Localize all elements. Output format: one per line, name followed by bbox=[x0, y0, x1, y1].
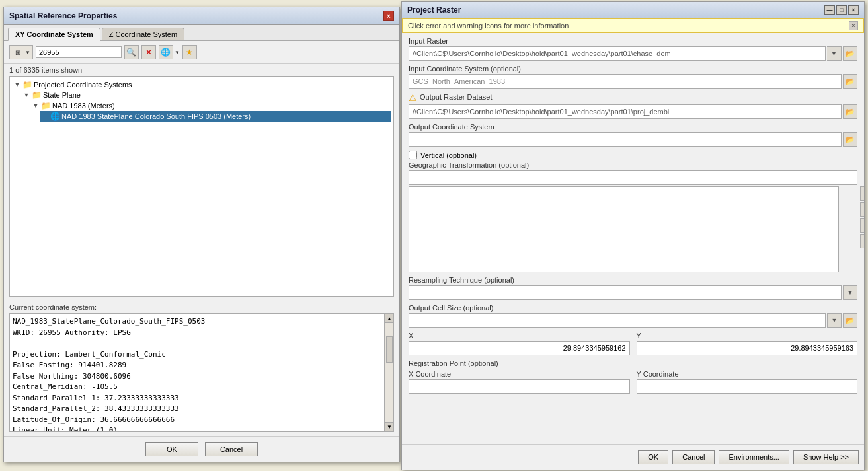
clear-search-button[interactable]: ✕ bbox=[141, 45, 156, 59]
cs-text-line2: WKID: 26955 Authority: EPSG bbox=[13, 328, 381, 339]
registration-section: Registration Point (optional) X Coordina… bbox=[409, 359, 857, 394]
filter-icon[interactable]: ⊞ bbox=[12, 46, 24, 58]
resampling-label: Resampling Technique (optional) bbox=[409, 276, 857, 284]
y-field[interactable] bbox=[637, 341, 858, 355]
right-title: Project Raster bbox=[407, 5, 461, 15]
vertical-checkbox[interactable] bbox=[409, 151, 417, 159]
globe-search-button[interactable]: 🌐 bbox=[159, 45, 173, 59]
minimize-button[interactable]: — bbox=[824, 5, 835, 15]
vertical-label: Vertical (optional) bbox=[420, 151, 477, 159]
tab-xy-coordinate[interactable]: XY Coordinate System bbox=[8, 28, 100, 41]
left-cancel-button[interactable]: Cancel bbox=[205, 442, 258, 456]
right-close-button[interactable]: × bbox=[848, 5, 859, 15]
scroll-thumb[interactable] bbox=[386, 336, 393, 363]
input-cs-browse[interactable]: 📂 bbox=[843, 74, 857, 89]
geo-transform-content: + × ↑ ↓ bbox=[409, 186, 857, 272]
tree-item-nad1983[interactable]: ▼ 📁 NAD 1983 (Meters) bbox=[31, 100, 391, 111]
tab-z-coordinate[interactable]: Z Coordinate System bbox=[102, 28, 184, 40]
left-close-button[interactable]: × bbox=[383, 11, 394, 21]
info-close-button[interactable]: × bbox=[849, 21, 858, 30]
y-coord-field[interactable] bbox=[637, 379, 858, 394]
vertical-row: Vertical (optional) bbox=[409, 151, 857, 159]
tree-item-colorado-south[interactable]: 🌐 NAD 1983 StatePlane Colorado South FIP… bbox=[40, 111, 391, 122]
coordinate-system-tree[interactable]: ▼ 📁 Projected Coordinate Systems ▼ 📁 Sta… bbox=[9, 76, 394, 297]
cs-scrollbar[interactable]: ▲ ▼ bbox=[385, 313, 394, 432]
output-cs-field[interactable]: NAD_1983_StatePlane_Colorado_South_FIPS_… bbox=[409, 132, 842, 147]
x-coord-label: X Coordinate bbox=[409, 370, 630, 378]
output-cs-browse[interactable]: 📂 bbox=[843, 132, 857, 147]
scroll-track bbox=[385, 323, 393, 422]
right-cancel-button[interactable]: Cancel bbox=[672, 450, 715, 464]
cs-text-easting: False_Easting: 914401.8289 bbox=[13, 360, 381, 371]
resampling-dropdown[interactable]: ▼ bbox=[843, 285, 857, 300]
globe-dropdown-icon[interactable]: ▼ bbox=[175, 50, 180, 55]
x-group: X bbox=[409, 332, 630, 355]
remove-transform-button[interactable]: × bbox=[860, 202, 864, 217]
filter-dropdown-icon[interactable]: ▼ bbox=[25, 50, 30, 55]
move-down-button[interactable]: ↓ bbox=[860, 234, 864, 248]
cs-text-projection: Projection: Lambert_Conformal_Conic bbox=[13, 349, 381, 361]
current-cs-label: Current coordinate system: bbox=[9, 303, 394, 311]
left-ok-button[interactable]: OK bbox=[145, 442, 198, 456]
resampling-row: BILINEAR ▼ bbox=[409, 285, 857, 300]
input-cs-row: 📂 bbox=[409, 74, 857, 89]
info-bar: Click error and warning icons for more i… bbox=[402, 18, 864, 33]
add-transform-button[interactable]: + bbox=[860, 186, 864, 201]
right-content: Input Raster ▼ 📂 Input Coordinate System… bbox=[402, 33, 864, 444]
input-raster-row: ▼ 📂 bbox=[409, 46, 857, 61]
registration-label: Registration Point (optional) bbox=[409, 359, 857, 367]
colorado-south-label: NAD 1983 StatePlane Colorado South FIPS … bbox=[61, 112, 251, 120]
input-raster-dropdown[interactable]: ▼ bbox=[827, 46, 842, 61]
show-help-button[interactable]: Show Help >> bbox=[793, 450, 859, 464]
project-raster-dialog: Project Raster — □ × Click error and war… bbox=[401, 1, 865, 470]
cell-size-browse[interactable]: 📂 bbox=[843, 313, 857, 328]
xy-row: X Y bbox=[409, 332, 857, 355]
output-raster-browse[interactable]: 📂 bbox=[843, 104, 857, 119]
geo-transform-group: Geographic Transformation (optional) + ×… bbox=[409, 161, 857, 272]
expand-nad1983-icon[interactable]: ▼ bbox=[31, 101, 40, 110]
output-cs-group: Output Coordinate System NAD_1983_StateP… bbox=[409, 123, 857, 147]
right-ok-button[interactable]: OK bbox=[638, 450, 668, 464]
input-raster-field[interactable] bbox=[409, 46, 826, 61]
output-raster-field[interactable] bbox=[409, 104, 842, 119]
cell-size-field[interactable] bbox=[409, 313, 826, 328]
y-group: Y bbox=[637, 332, 858, 355]
x-field[interactable] bbox=[409, 341, 630, 355]
left-dialog-buttons: OK Cancel bbox=[4, 436, 399, 462]
output-raster-row: 📂 bbox=[409, 104, 857, 119]
expand-state-plane-icon[interactable]: ▼ bbox=[22, 91, 31, 100]
geo-transform-input[interactable] bbox=[409, 170, 857, 185]
search-button[interactable]: 🔍 bbox=[124, 45, 139, 59]
cs-text-display: NAD_1983_StatePlane_Colorado_South_FIPS_… bbox=[9, 313, 385, 432]
cs-text-unit: Linear Unit: Meter (1.0) bbox=[13, 425, 381, 432]
environments-button[interactable]: Environments... bbox=[719, 450, 789, 464]
output-cs-label: Output Coordinate System bbox=[409, 123, 857, 131]
input-cs-field[interactable] bbox=[409, 74, 842, 89]
tree-item-projected[interactable]: ▼ 📁 Projected Coordinate Systems bbox=[13, 79, 391, 90]
cell-size-dropdown[interactable]: ▼ bbox=[827, 313, 842, 328]
scroll-up-arrow[interactable]: ▲ bbox=[385, 314, 394, 323]
expand-projected-icon[interactable]: ▼ bbox=[13, 80, 22, 89]
maximize-button[interactable]: □ bbox=[836, 5, 847, 15]
move-up-button[interactable]: ↑ bbox=[860, 218, 864, 233]
x-label: X bbox=[409, 332, 630, 340]
input-raster-group: Input Raster ▼ 📂 bbox=[409, 37, 857, 61]
left-toolbar: ⊞ ▼ 🔍 ✕ 🌐 ▼ ★ bbox=[4, 41, 399, 64]
folder-state-plane-icon: 📁 bbox=[31, 91, 42, 100]
current-cs-section: Current coordinate system: NAD_1983_Stat… bbox=[4, 301, 399, 436]
x-coord-field[interactable] bbox=[409, 379, 630, 394]
scroll-down-arrow[interactable]: ▼ bbox=[385, 422, 394, 431]
input-raster-browse[interactable]: 📂 bbox=[843, 46, 857, 61]
resampling-field[interactable]: BILINEAR bbox=[409, 285, 842, 300]
resampling-group: Resampling Technique (optional) BILINEAR… bbox=[409, 276, 857, 300]
favorites-button[interactable]: ★ bbox=[182, 45, 197, 59]
reg-coords: X Coordinate Y Coordinate bbox=[409, 370, 857, 394]
y-label: Y bbox=[637, 332, 858, 340]
items-count: 1 of 6335 items shown bbox=[4, 64, 399, 76]
tree-item-state-plane[interactable]: ▼ 📁 State Plane bbox=[22, 90, 391, 100]
cs-text-parallel1: Standard_Parallel_1: 37.23333333333333 bbox=[13, 393, 381, 404]
output-cs-row: NAD_1983_StatePlane_Colorado_South_FIPS_… bbox=[409, 132, 857, 147]
left-title: Spatial Reference Properties bbox=[9, 11, 117, 20]
geo-transform-box bbox=[409, 186, 839, 272]
search-input[interactable] bbox=[36, 46, 122, 58]
